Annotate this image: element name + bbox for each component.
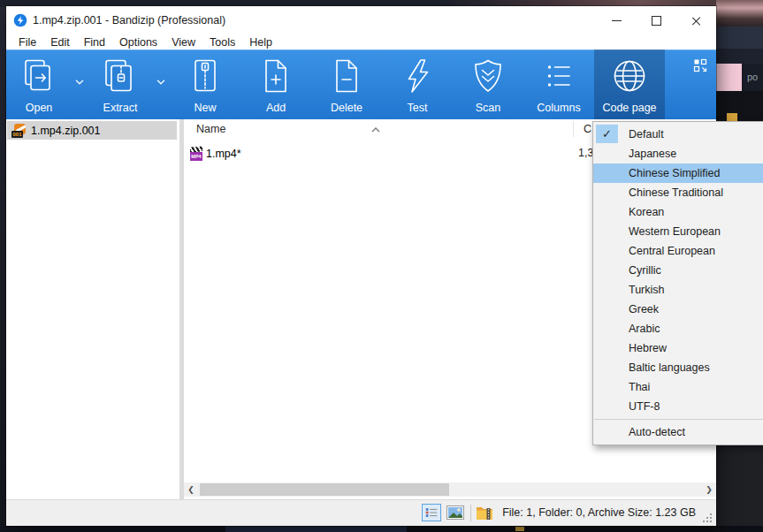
codepage-arabic[interactable]: Arabic <box>593 319 763 338</box>
add-icon <box>256 57 295 99</box>
check-icon: ✓ <box>596 125 618 143</box>
toolbar-open-button[interactable]: Open <box>7 49 71 119</box>
resize-grip[interactable] <box>701 512 712 522</box>
open-icon <box>19 57 58 99</box>
toolbar-scan-button[interactable]: Scan <box>453 49 523 119</box>
window-title: 1.mp4.zip.001 - Bandizip (Professional) <box>33 14 225 27</box>
horizontal-scrollbar[interactable]: ❮ ❯ <box>184 483 716 497</box>
tree-item-label: 1.mp4.zip.001 <box>31 125 101 137</box>
new-icon <box>186 57 225 99</box>
desktop-window-behind-band <box>716 49 763 64</box>
sort-ascending-icon <box>371 120 380 136</box>
codepage-baltic-languages[interactable]: Baltic languages <box>593 358 763 377</box>
taskbar-folder-fragment <box>515 527 524 531</box>
desktop-wallpaper-right <box>716 0 763 27</box>
desktop-pink-thumbnail <box>716 64 742 91</box>
menu-edit[interactable]: Edit <box>43 36 77 49</box>
menu-bar: FileEditFindOptionsViewToolsHelp <box>6 35 716 49</box>
codepage-thai[interactable]: Thai <box>593 377 763 397</box>
desktop-window-behind <box>716 27 763 49</box>
scroll-right-icon[interactable]: ❯ <box>702 483 716 497</box>
toolbar-columns-button[interactable]: Columns <box>523 49 594 119</box>
toolbar-open-dropdown[interactable] <box>71 49 88 119</box>
mp4-file-icon: MP4 <box>189 147 203 161</box>
desktop-dark-region <box>716 91 763 121</box>
details-view-icon[interactable] <box>422 504 441 521</box>
menu-file[interactable]: File <box>12 36 43 49</box>
minimize-icon[interactable] <box>597 6 637 35</box>
column-header-name[interactable]: Name <box>196 119 225 139</box>
toolbar-code-page-button[interactable]: Code page <box>594 49 665 119</box>
screen: po 1.mp4.zip.001 - Bandizip (Professiona… <box>0 0 763 532</box>
window-controls <box>597 6 716 35</box>
toolbar-extract-button[interactable]: Extract <box>88 49 152 119</box>
tree-item-archive[interactable]: 001 1.mp4.zip.001 <box>7 121 177 140</box>
menu-tools[interactable]: Tools <box>202 36 242 49</box>
desktop-edge-left <box>0 7 6 532</box>
archive-summary: File: 1, Folder: 0, Archive Size: 1.23 G… <box>502 506 696 519</box>
codepage-greek[interactable]: Greek <box>593 300 763 319</box>
toolbar-add-button[interactable]: Add <box>240 49 311 119</box>
file-size-clipped: 1,3 <box>578 144 593 163</box>
codepage-utf-8[interactable]: UTF-8 <box>593 397 763 416</box>
thumbnails-view-icon[interactable] <box>446 505 464 520</box>
maximize-icon[interactable] <box>637 6 676 35</box>
split-archive-badge: 001 <box>11 131 23 138</box>
codepage-turkish[interactable]: Turkish <box>593 280 763 300</box>
codepage-japanese[interactable]: Japanese <box>593 144 763 163</box>
codepage-hebrew[interactable]: Hebrew <box>593 338 763 358</box>
split-archive-icon: 001 <box>11 124 26 138</box>
scan-icon <box>469 57 507 99</box>
toolbar: OpenExtractNewAddDeleteTestScanColumnsCo… <box>6 49 716 119</box>
codepage-auto-detect[interactable]: Auto-detect <box>593 422 763 442</box>
menu-options[interactable]: Options <box>112 36 164 49</box>
codepage-menu-items: ✓DefaultJapaneseChinese SimplifiedChines… <box>592 121 763 445</box>
codepage-chinese-simplified[interactable]: Chinese Simplified <box>593 163 763 183</box>
toolbar-extract-dropdown[interactable] <box>152 49 170 119</box>
codepage-central-european[interactable]: Central European <box>593 241 763 261</box>
archive-tree-panel: 001 1.mp4.zip.001 <box>6 119 179 499</box>
codepage-chinese-traditional[interactable]: Chinese Traditional <box>593 183 763 202</box>
menu-help[interactable]: Help <box>242 36 279 49</box>
close-icon[interactable] <box>676 6 716 35</box>
scrollbar-thumb[interactable] <box>200 483 449 496</box>
menu-view[interactable]: View <box>164 36 202 49</box>
delete-icon <box>327 57 366 99</box>
desktop-label-text: po <box>747 72 758 82</box>
test-icon <box>398 57 437 99</box>
extract-icon <box>101 57 140 99</box>
column-header-clipped: C <box>584 119 591 139</box>
title-bar[interactable]: 1.mp4.zip.001 - Bandizip (Professional) <box>6 6 716 35</box>
statusbar-divider <box>470 505 471 521</box>
codepage-icon <box>610 57 649 99</box>
desktop-file-label-fragment: po <box>742 64 763 91</box>
customize-toolbar-icon[interactable] <box>693 58 709 74</box>
codepage-korean[interactable]: Korean <box>593 202 763 222</box>
scroll-left-icon[interactable]: ❮ <box>184 483 198 497</box>
status-bar: File: 1, Folder: 0, Archive Size: 1.23 G… <box>6 499 716 526</box>
codepage-western-european[interactable]: Western European <box>593 222 763 241</box>
menu-separator <box>594 419 763 420</box>
taskbar-strip-segment-dark <box>407 526 763 532</box>
column-divider[interactable] <box>573 121 574 137</box>
archive-folder-icon <box>476 505 493 521</box>
file-name: 1.mp4* <box>206 148 241 160</box>
desktop-right-bottom <box>716 446 763 532</box>
columns-icon <box>539 57 578 99</box>
codepage-cyrillic[interactable]: Cyrillic <box>593 261 763 280</box>
bandizip-logo <box>13 13 27 27</box>
menu-find[interactable]: Find <box>77 36 112 49</box>
taskbar-strip-segment <box>225 526 407 532</box>
codepage-default[interactable]: ✓Default <box>593 125 763 144</box>
toolbar-test-button[interactable]: Test <box>382 49 453 119</box>
toolbar-new-button[interactable]: New <box>170 49 240 119</box>
toolbar-delete-button[interactable]: Delete <box>311 49 382 119</box>
